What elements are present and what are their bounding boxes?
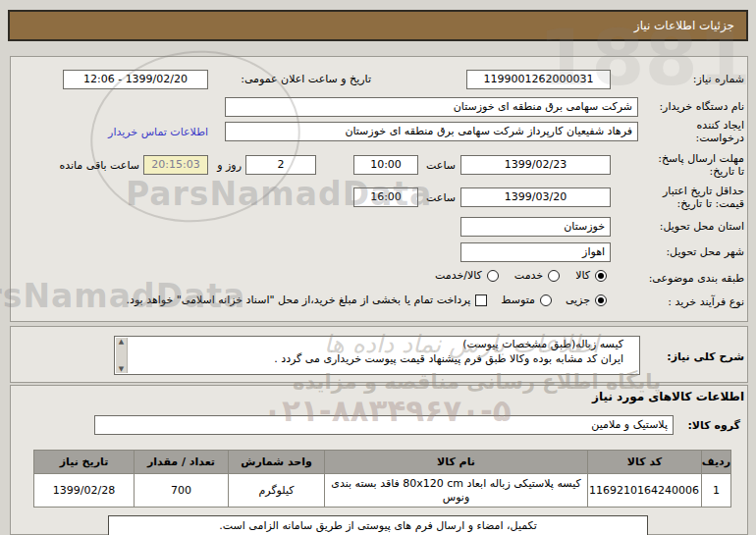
- need-number-field[interactable]: 1199001262000031: [466, 70, 611, 89]
- goods-table: ردیف کد کالا نام کالا واحد شمارش تعداد /…: [33, 450, 731, 508]
- cell-row-no: 1: [702, 474, 731, 508]
- creator-label-line2: درخواست:: [696, 132, 744, 144]
- price-validity-label-line2: قیمت: تا تاریخ:: [677, 197, 744, 210]
- classification-label: طبقه بندی موضوعی:: [649, 272, 744, 285]
- need-number-label: شماره نیاز:: [693, 73, 744, 85]
- col-need-date: تاریخ نیاز: [34, 451, 135, 474]
- remaining-suffix-label: ساعت باقی مانده: [59, 159, 139, 172]
- announce-datetime-label: تاریخ و ساعت اعلان عمومی:: [241, 73, 371, 85]
- cell-item-name: کیسه پلاستیکی زباله ابعاد 80x120 cm فاقد…: [325, 474, 588, 508]
- delivery-city-field[interactable]: اهواز: [460, 242, 611, 262]
- scroll-up-icon[interactable]: ▲: [119, 338, 124, 346]
- need-details-page: جزئیات اطلاعات نیاز شماره نیاز: 11990012…: [0, 0, 756, 535]
- option-goods[interactable]: کالا: [575, 269, 607, 282]
- buyer-org-label: نام دستگاه خریدار:: [659, 100, 744, 113]
- delivery-province-label: استان محل تحویل:: [660, 220, 744, 233]
- col-item-name: نام کالا: [325, 451, 588, 474]
- col-item-code: کد کالا: [588, 451, 702, 474]
- remaining-days-field[interactable]: 2: [245, 155, 316, 175]
- remaining-time-countdown: 20:15:03: [143, 155, 208, 175]
- price-validity-date-field[interactable]: 1399/03/20: [460, 187, 611, 207]
- col-unit: واحد شمارش: [229, 451, 325, 474]
- cell-quantity: 700: [135, 474, 229, 508]
- buyer-contact-link[interactable]: اطلاعات تماس خریدار: [108, 126, 208, 138]
- option-goods-service[interactable]: کالا/خدمت: [435, 269, 499, 282]
- textarea-scrollbar[interactable]: ▲▼: [116, 338, 128, 373]
- cell-need-date: 1399/02/28: [34, 474, 135, 508]
- goods-table-header-row: ردیف کد کالا نام کالا واحد شمارش تعداد /…: [34, 451, 731, 474]
- days-and-label: روز و: [217, 159, 242, 172]
- option-medium[interactable]: متوسط: [501, 294, 552, 306]
- radio-goods-icon[interactable]: [595, 270, 607, 282]
- creator-field[interactable]: فرهاد شفیعیان کارپرداز شرکت سهامی برق من…: [225, 122, 638, 141]
- need-description-line2: ایران کد مشابه بوده وکالا طبق فرم پیشنها…: [115, 351, 639, 366]
- page-title: جزئیات اطلاعات نیاز: [8, 10, 748, 41]
- goods-group-field[interactable]: پلاستیک و ملامین: [94, 415, 674, 435]
- radio-goods-service-icon[interactable]: [487, 270, 499, 282]
- reply-deadline-label-line2: تا تاریخ:: [709, 165, 744, 178]
- validity-hour-label: ساعت: [426, 191, 456, 204]
- process-type-options: جزیی متوسط پرداخت تمام یا بخشی از مبلغ خ…: [127, 294, 607, 306]
- process-type-label: نوع فرآیند خرید :: [668, 295, 744, 308]
- radio-partial-icon[interactable]: [595, 294, 607, 306]
- radio-medium-icon[interactable]: [540, 294, 552, 306]
- buyer-org-field[interactable]: شرکت سهامی برق منطقه ای خوزستان: [225, 97, 638, 117]
- reply-deadline-date-field[interactable]: 1399/02/23: [460, 155, 611, 175]
- creator-label-line1: ایجاد کننده: [697, 119, 744, 132]
- goods-table-row: 1 1169210164240006 کیسه پلاستیکی زباله ا…: [34, 474, 731, 508]
- need-description-textarea[interactable]: کیسه زباله(طبق مشخصات پیوست) ایران کد مش…: [114, 336, 640, 375]
- price-validity-label-line1: حداقل تاریخ اعتبار: [663, 185, 744, 197]
- col-row-no: ردیف: [702, 451, 731, 474]
- option-partial[interactable]: جزیی: [566, 294, 607, 306]
- option-treasury-payment[interactable]: پرداخت تمام یا بخشی از مبلغ خرید،از محل …: [127, 294, 488, 306]
- delivery-province-field[interactable]: خوزستان: [460, 217, 611, 237]
- need-description-label: شرح کلی نیاز:: [667, 350, 744, 363]
- cell-unit: کیلوگرم: [229, 474, 325, 508]
- scroll-down-icon[interactable]: ▼: [119, 365, 124, 373]
- treasury-payment-checkbox[interactable]: [475, 294, 487, 306]
- delivery-city-label: شهر محل تحویل:: [666, 245, 744, 258]
- classification-options: کالا خدمت کالا/خدمت: [435, 269, 607, 282]
- need-description-line1: کیسه زباله(طبق مشخصات پیوست): [115, 337, 639, 351]
- col-quantity: تعداد / مقدار: [135, 451, 229, 474]
- price-validity-time-field[interactable]: 16:00: [353, 187, 418, 207]
- reply-deadline-time-field[interactable]: 10:00: [353, 155, 418, 175]
- mandatory-forms-note: تکمیل، امضاء و ارسال فرم های پیوستی از ط…: [108, 515, 648, 535]
- option-service[interactable]: خدمت: [514, 269, 560, 282]
- cell-item-code: 1169210164240006: [588, 474, 702, 508]
- goods-section-header: اطلاعات کالاهای مورد نیاز: [592, 390, 744, 403]
- reply-deadline-label-line1: مهلت ارسال پاسخ:: [658, 152, 744, 165]
- radio-service-icon[interactable]: [548, 270, 560, 282]
- announce-datetime-field[interactable]: 1399/02/20 - 12:06: [63, 70, 208, 89]
- reply-hour-label: ساعت: [426, 159, 456, 172]
- goods-group-label: گروه کالا:: [687, 419, 740, 432]
